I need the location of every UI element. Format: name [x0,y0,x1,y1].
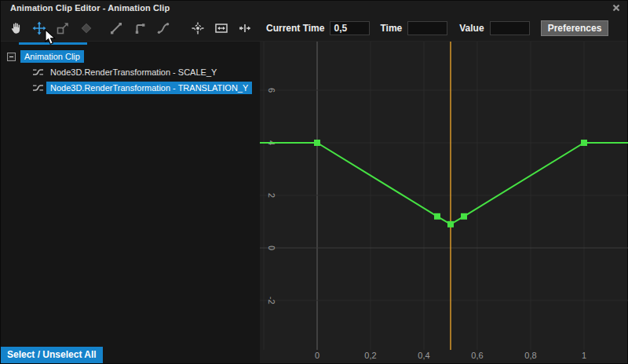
hand-icon [8,20,24,36]
tree-row-animation-clip[interactable]: Animation Clip [1,49,260,64]
x-axis-tick-label: 1 [582,351,586,360]
tree-label-scale-y[interactable]: Node3D.RenderTransformation - SCALE_Y [46,66,221,78]
move-tool-button[interactable] [29,18,49,38]
main-content: Animation Clip Node3D.RenderTransformati… [1,42,627,363]
close-button[interactable] [610,2,623,13]
animation-curve[interactable] [260,143,628,224]
animation-clip-editor-window: Animation Clip Editor - Animation Clip [0,0,628,364]
current-time-field-group: Current Time [266,21,370,35]
curve-editor-canvas[interactable]: 6420-200,20,40,60,81 [260,42,627,363]
current-time-input[interactable] [330,21,370,35]
animation-clip-tree: Animation Clip Node3D.RenderTransformati… [1,42,260,96]
collapse-expander-icon[interactable] [7,53,16,61]
keyframe-marker[interactable] [581,140,587,146]
x-axis-tick-label: 0 [315,351,319,360]
curve-line-icon [155,20,171,36]
time-label: Time [380,23,402,34]
focus-keyframe-button[interactable] [188,18,208,38]
step-tangent-button[interactable] [130,18,150,38]
add-keyframe-tool-button[interactable] [76,18,97,38]
expand-horizontal-button[interactable] [235,18,255,38]
title-bar: Animation Clip Editor - Animation Clip [1,1,627,15]
pan-tool-button[interactable] [5,18,26,38]
toolbar: Current Time Time Value Preferences [1,15,627,42]
tree-row-translation-y[interactable]: Node3D.RenderTransformation - TRANSLATIO… [1,80,260,96]
curve-chart-svg[interactable]: 6420-200,20,40,60,81 [260,42,628,364]
x-axis-tick-label: 0,4 [418,351,429,360]
close-icon [612,4,620,12]
x-axis-tick-label: 0,8 [524,351,536,360]
horizontal-scrollbar-thumb[interactable] [19,42,87,45]
linear-tangent-button[interactable] [106,18,126,38]
x-axis-tick-label: 0,6 [471,351,483,360]
animation-curve-icon [32,83,44,93]
step-line-icon [132,20,148,36]
y-axis-tick-label: -2 [267,297,276,304]
keyframe-marker[interactable] [461,213,467,220]
keyframe-marker[interactable] [314,140,320,146]
animation-curve-icon [32,67,44,77]
focus-crosshair-icon [190,20,206,36]
y-axis-tick-label: 6 [267,88,276,93]
preferences-button[interactable]: Preferences [541,20,609,36]
time-input[interactable] [407,21,447,35]
move-icon [31,20,47,36]
keyframe-marker[interactable] [434,213,440,220]
animation-tree-panel: Animation Clip Node3D.RenderTransformati… [1,42,260,363]
tree-label-animation-clip[interactable]: Animation Clip [20,50,84,63]
current-time-label: Current Time [266,23,324,34]
value-input[interactable] [490,21,530,35]
select-unselect-all-button[interactable]: Select / Unselect All [1,347,103,363]
time-field-group: Time [380,21,447,35]
smooth-tangent-button[interactable] [153,18,173,38]
window-title: Animation Clip Editor - Animation Clip [10,3,170,13]
scale-tool-button[interactable] [53,18,73,38]
y-axis-tick-label: 0 [267,246,276,250]
tree-label-translation-y[interactable]: Node3D.RenderTransformation - TRANSLATIO… [46,82,252,94]
keyframe-diamond-icon [78,20,94,36]
value-label: Value [459,23,484,34]
keyframe-marker[interactable] [447,221,454,228]
x-axis-tick-label: 0,2 [364,351,376,360]
expand-horizontal-icon [237,20,253,36]
tree-row-scale-y[interactable]: Node3D.RenderTransformation - SCALE_Y [1,64,260,80]
scale-icon [55,20,71,36]
y-axis-tick-label: 2 [267,193,276,198]
value-field-group: Value [459,21,529,35]
fit-horizontal-button[interactable] [211,18,232,38]
linear-line-icon [108,20,124,36]
fit-horizontal-icon [214,20,229,36]
